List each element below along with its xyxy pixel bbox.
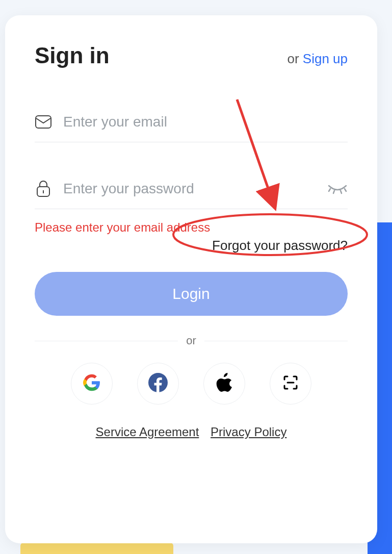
- switch-prefix: or: [287, 51, 302, 66]
- signin-card: Sign in or Sign up: [5, 15, 377, 543]
- signup-link[interactable]: Sign up: [303, 51, 348, 66]
- error-message: Please enter your email address: [35, 220, 348, 235]
- facebook-icon: [148, 373, 168, 394]
- email-field-row: [35, 104, 348, 142]
- svg-line-6: [345, 189, 346, 191]
- or-divider: or: [35, 334, 348, 347]
- lock-icon: [35, 180, 52, 197]
- switch-auth: or Sign up: [287, 51, 348, 67]
- login-button[interactable]: Login: [35, 272, 348, 316]
- svg-line-3: [329, 189, 330, 191]
- password-field-row: [35, 171, 348, 209]
- header-row: Sign in or Sign up: [35, 43, 348, 68]
- password-input[interactable]: [63, 181, 316, 197]
- divider-label: or: [186, 334, 196, 347]
- eye-closed-icon[interactable]: [327, 183, 348, 195]
- page-title: Sign in: [35, 43, 110, 68]
- mail-icon: [35, 113, 52, 131]
- privacy-policy-link[interactable]: Privacy Policy: [211, 425, 286, 439]
- scan-login-button[interactable]: [270, 363, 311, 405]
- svg-line-4: [333, 191, 334, 194]
- google-login-button[interactable]: [71, 363, 113, 405]
- legal-links: Service Agreement Privacy Policy: [35, 425, 348, 439]
- scan-icon: [283, 375, 298, 392]
- forgot-password-link[interactable]: Forgot your password?: [35, 238, 348, 254]
- social-login-row: [35, 363, 348, 405]
- apple-icon: [216, 373, 232, 394]
- service-agreement-link[interactable]: Service Agreement: [96, 425, 199, 439]
- background-yellow-strip: [20, 543, 173, 554]
- svg-line-5: [341, 191, 342, 194]
- svg-rect-0: [36, 116, 51, 128]
- facebook-login-button[interactable]: [137, 363, 179, 405]
- apple-login-button[interactable]: [203, 363, 245, 405]
- email-input[interactable]: [63, 114, 348, 130]
- google-icon: [83, 374, 100, 393]
